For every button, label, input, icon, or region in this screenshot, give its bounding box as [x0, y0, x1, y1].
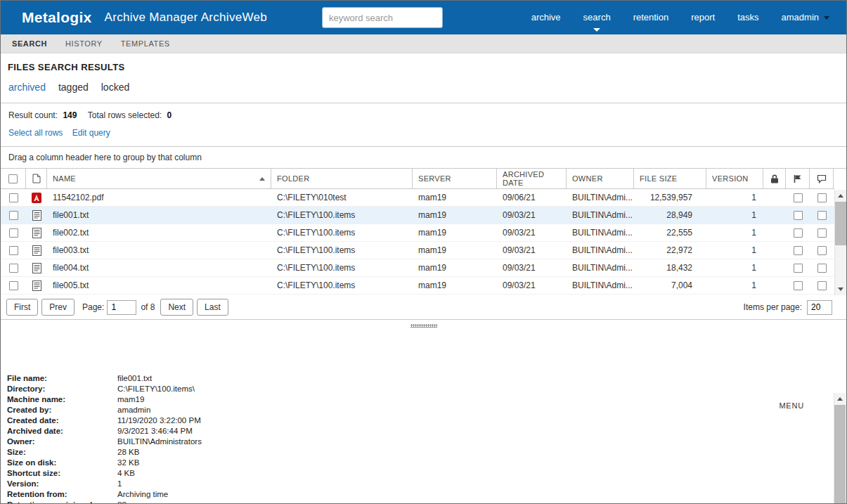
file-name-cell: file001.txt	[47, 207, 271, 224]
detail-field-label: Created date:	[7, 415, 117, 426]
table-row[interactable]: file005.txtC:\FILETY\100.itemsmam1909/03…	[1, 277, 834, 295]
page-number-input[interactable]	[107, 300, 136, 315]
items-per-page-input[interactable]	[807, 300, 832, 315]
comment-cell	[810, 207, 834, 224]
table-row[interactable]: file002.txtC:\FILETY\100.itemsmam1909/03…	[1, 224, 834, 242]
next-page-button[interactable]: Next	[160, 299, 193, 316]
table-row[interactable]: 11542102.pdfC:\FILETY\010testmam1909/06/…	[1, 189, 834, 207]
detail-field-label: Directory:	[7, 384, 117, 394]
scroll-up-icon[interactable]	[834, 393, 846, 405]
flag-icon	[793, 174, 802, 183]
server-cell: mam19	[413, 224, 497, 241]
table-row[interactable]: file001.txtC:\FILETY\100.itemsmam1909/03…	[1, 207, 834, 224]
comment-column-header[interactable]	[810, 169, 834, 188]
detail-field: Directory:C:\FILETY\100.items\	[7, 384, 846, 394]
owner-cell: BUILTIN\Admi...	[567, 207, 634, 224]
subnav-search[interactable]: SEARCH	[12, 39, 47, 48]
detail-field: Version:1	[7, 479, 846, 489]
file-size-cell: 28,949	[634, 207, 706, 224]
version-column-header[interactable]: VERSION	[706, 169, 763, 188]
comment-checkbox[interactable]	[817, 281, 827, 290]
detail-field: Machine name:mam19	[7, 394, 846, 405]
row-checkbox[interactable]	[9, 211, 18, 220]
pdf-file-icon	[32, 193, 41, 203]
detail-field-value: file001.txt	[117, 373, 152, 384]
archived-date-cell: 09/03/21	[497, 242, 567, 259]
nav-tasks[interactable]: tasks	[726, 1, 770, 34]
nav-retention[interactable]: retention	[622, 1, 680, 34]
server-column-header[interactable]: SERVER	[413, 169, 497, 188]
detail-field-value: 9/3/2021 3:46:44 PM	[117, 426, 193, 437]
details-vertical-scrollbar[interactable]	[834, 393, 846, 504]
scrollbar-thumb[interactable]	[835, 202, 846, 245]
tab-locked[interactable]: locked	[101, 82, 129, 93]
flag-checkbox[interactable]	[794, 211, 803, 220]
detail-field-label: Owner:	[7, 437, 117, 447]
lock-column-header[interactable]	[763, 169, 786, 188]
comment-checkbox[interactable]	[817, 211, 827, 220]
details-menu-button[interactable]: MENU	[779, 401, 804, 410]
last-page-button[interactable]: Last	[197, 299, 228, 316]
selected-count-label: Total rows selected:	[88, 110, 162, 120]
scrollbar-thumb[interactable]	[834, 405, 846, 504]
detail-field-label: Machine name:	[7, 394, 117, 405]
folder-column-header[interactable]: FOLDER	[271, 169, 413, 188]
select-all-rows-link[interactable]: Select all rows	[8, 128, 63, 138]
row-checkbox[interactable]	[9, 246, 18, 255]
comment-checkbox[interactable]	[817, 264, 827, 273]
row-checkbox[interactable]	[9, 193, 18, 202]
file-size-column-header[interactable]: FILE SIZE	[634, 169, 706, 188]
archived-date-cell: 09/03/21	[497, 277, 567, 294]
nav-archive[interactable]: archive	[520, 1, 572, 34]
edit-query-link[interactable]: Edit query	[72, 128, 110, 138]
user-name: amadmin	[782, 12, 819, 22]
comment-checkbox[interactable]	[817, 228, 827, 238]
flag-checkbox[interactable]	[794, 228, 803, 238]
panel-splitter[interactable]	[1, 320, 846, 331]
detail-field: Retention from:Archiving time	[7, 489, 846, 500]
scroll-up-icon[interactable]	[835, 190, 846, 202]
flag-checkbox[interactable]	[794, 264, 803, 273]
txt-file-icon	[32, 228, 41, 238]
scroll-down-icon[interactable]	[835, 283, 846, 295]
nav-report[interactable]: report	[680, 1, 726, 34]
table-row[interactable]: file004.txtC:\FILETY\100.itemsmam1909/03…	[1, 259, 834, 277]
file-type-column-header[interactable]	[26, 169, 47, 188]
comment-cell	[810, 259, 834, 276]
tab-archived[interactable]: archived	[8, 82, 46, 93]
grid-vertical-scrollbar[interactable]	[834, 190, 846, 295]
keyword-search-input[interactable]	[322, 7, 443, 28]
row-checkbox[interactable]	[9, 264, 18, 273]
subnav-templates[interactable]: TEMPLATES	[121, 39, 170, 48]
detail-field-label: Size:	[7, 447, 117, 458]
select-all-checkbox[interactable]	[8, 174, 18, 183]
row-checkbox[interactable]	[9, 228, 18, 238]
user-menu[interactable]: amadmin	[770, 1, 841, 34]
comment-checkbox[interactable]	[817, 193, 827, 202]
flag-cell	[786, 259, 810, 276]
owner-cell: BUILTIN\Admi...	[567, 242, 634, 259]
tab-tagged[interactable]: tagged	[58, 82, 89, 93]
splitter-grip-icon[interactable]	[410, 324, 437, 328]
file-details-panel: MENU File name:file001.txtDirectory:C:\F…	[1, 373, 846, 504]
first-page-button[interactable]: First	[6, 299, 38, 316]
flag-column-header[interactable]	[786, 169, 810, 188]
selected-count-value: 0	[167, 110, 172, 120]
flag-checkbox[interactable]	[794, 281, 803, 290]
result-count-line: Result count: 149 Total rows selected: 0	[8, 110, 839, 120]
comment-checkbox[interactable]	[817, 246, 827, 255]
detail-field-label: Retention remaining days:	[7, 500, 117, 504]
nav-search[interactable]: search	[572, 1, 622, 34]
row-checkbox[interactable]	[9, 281, 18, 290]
flag-checkbox[interactable]	[794, 246, 803, 255]
archived-date-column-header[interactable]: ARCHIVED DATE	[497, 169, 567, 188]
file-type-cell	[26, 277, 47, 294]
flag-checkbox[interactable]	[794, 193, 803, 202]
folder-cell: C:\FILETY\100.items	[271, 242, 413, 259]
owner-column-header[interactable]: OWNER	[567, 169, 634, 188]
table-row[interactable]: file003.txtC:\FILETY\100.itemsmam1909/03…	[1, 242, 834, 259]
subnav-history[interactable]: HISTORY	[65, 39, 103, 48]
version-cell: 1	[706, 277, 763, 294]
name-column-header[interactable]: NAME	[47, 169, 271, 188]
prev-page-button[interactable]: Prev	[41, 299, 75, 316]
